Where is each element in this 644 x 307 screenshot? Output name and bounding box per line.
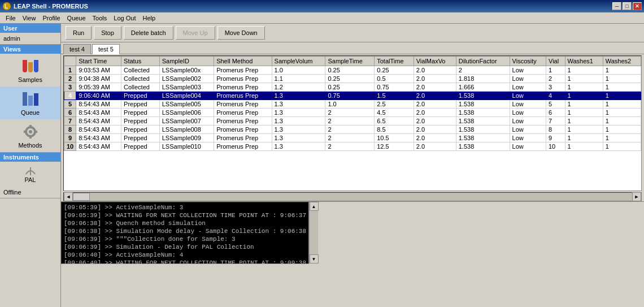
table-row[interactable]: 49:06:40 AMPreppedLSSample004Promerus Pr…	[64, 92, 641, 100]
sample-id: LSSample003	[159, 83, 214, 92]
table-row[interactable]: 78:54:43 AMPreppedLSSample007Promerus Pr…	[64, 117, 641, 126]
scroll-left-arrow[interactable]: ◄	[64, 192, 73, 201]
sidebar-item-queue[interactable]: Queue	[0, 87, 60, 119]
table-row[interactable]: 88:54:43 AMPreppedLSSample008Promerus Pr…	[64, 126, 641, 134]
washes2: 1	[603, 109, 641, 117]
total-time: 8.5	[375, 126, 414, 134]
menu-help[interactable]: Help	[139, 14, 159, 23]
log-scroll-track[interactable]	[310, 211, 318, 254]
table-header: Start Time Status SampleID Shell Method …	[64, 57, 641, 66]
instruments-header: Instruments	[0, 153, 60, 162]
vial-max-vo: 2.0	[414, 75, 456, 83]
log-scroll-up[interactable]: ▲	[310, 202, 319, 211]
sample-time: 0.25	[325, 75, 375, 83]
sample-time: 0.25	[325, 66, 375, 75]
start-time: 8:54:43 AM	[76, 109, 121, 117]
table-row[interactable]: 68:54:43 AMPreppedLSSample006Promerus Pr…	[64, 109, 641, 117]
sample-id: LSSample007	[159, 117, 214, 126]
col-washes2: Washes2	[603, 57, 641, 66]
menu-profile[interactable]: Profile	[39, 14, 63, 23]
table-row[interactable]: 98:54:43 AMPreppedLSSample009Promerus Pr…	[64, 134, 641, 142]
menu-view[interactable]: View	[19, 14, 40, 23]
washes2: 1	[603, 134, 641, 142]
vial: 6	[546, 109, 565, 117]
viscosity: Low	[510, 100, 546, 109]
user-header: User	[0, 24, 60, 33]
maximize-button[interactable]: □	[623, 2, 632, 10]
washes2: 1	[603, 75, 641, 83]
total-time: 1.5	[375, 92, 414, 100]
horizontal-scrollbar[interactable]: ◄ ►	[63, 192, 642, 201]
log-scroll-down[interactable]: ▼	[310, 254, 319, 263]
col-washes1: Washes1	[565, 57, 603, 66]
vial-max-vo: 2.0	[414, 100, 456, 109]
status: Prepped	[121, 109, 160, 117]
stop-button[interactable]: Stop	[94, 26, 121, 40]
viscosity: Low	[510, 75, 546, 83]
total-time: 4.5	[375, 109, 414, 117]
status: Prepped	[121, 117, 160, 126]
scroll-right-arrow[interactable]: ►	[632, 192, 641, 201]
shell-method: Promerus Prep	[214, 100, 272, 109]
table-row[interactable]: 58:54:43 AMPreppedLSSample005Promerus Pr…	[64, 100, 641, 109]
views-header: Views	[0, 45, 60, 54]
run-button[interactable]: Run	[66, 26, 92, 40]
sample-time: 2	[325, 134, 375, 142]
status: Collected	[121, 66, 160, 75]
sidebar-item-samples[interactable]: Samples	[0, 54, 60, 87]
shell-method: Promerus Prep	[214, 142, 272, 151]
close-button[interactable]: ✕	[633, 2, 642, 10]
washes1: 1	[565, 92, 603, 100]
title-text: LEAP Shell - PROMERUS	[14, 3, 88, 10]
scroll-track[interactable]	[73, 193, 632, 201]
log-wrapper: [09:05:39] >> ActiveSampleNum: 3[09:05:3…	[61, 201, 644, 263]
sample-id: LSSample010	[159, 142, 214, 151]
table-row[interactable]: 19:03:53 AMCollectedLSSample00xPromerus …	[64, 66, 641, 75]
sidebar: User admin Views Samples	[0, 24, 61, 307]
status: Collected	[121, 83, 160, 92]
start-time: 8:54:43 AM	[76, 100, 121, 109]
viscosity: Low	[510, 109, 546, 117]
col-dilution-factor: DilutionFactor	[456, 57, 510, 66]
content-area: Run Stop Delete batch Move Up Move Down …	[61, 24, 644, 307]
sample-volum: 1.0	[272, 66, 325, 75]
total-time: 6.5	[375, 117, 414, 126]
sample-id: LSSample004	[159, 92, 214, 100]
table-row[interactable]: 108:54:43 AMPreppedLSSample010Promerus P…	[64, 142, 641, 151]
svg-rect-6	[24, 131, 27, 133]
dilution-factor: 1.666	[456, 83, 510, 92]
sample-time: 2	[325, 142, 375, 151]
tab-test4[interactable]: test 4	[63, 44, 91, 54]
row-number: 10	[64, 142, 76, 151]
table-container[interactable]: Start Time Status SampleID Shell Method …	[63, 55, 642, 191]
sample-time: 1.0	[325, 100, 375, 109]
menu-tools[interactable]: Tools	[89, 14, 111, 23]
delete-batch-button[interactable]: Delete batch	[124, 26, 173, 40]
menu-file[interactable]: File	[2, 14, 19, 23]
log-scrollbar[interactable]: ▲ ▼	[309, 202, 318, 263]
sample-id: LSSample005	[159, 100, 214, 109]
row-number: 7	[64, 117, 76, 126]
sample-volum: 1.3	[272, 126, 325, 134]
vial-max-vo: 2.0	[414, 83, 456, 92]
sample-id: LSSample002	[159, 75, 214, 83]
move-down-button[interactable]: Move Down	[217, 26, 265, 40]
viscosity: Low	[510, 66, 546, 75]
views-section: Views Samples	[0, 45, 60, 153]
menu-logout[interactable]: Log Out	[110, 14, 139, 23]
sidebar-item-methods[interactable]: Methods	[0, 119, 60, 152]
minimize-button[interactable]: ─	[612, 2, 621, 10]
sample-volum: 1.3	[272, 92, 325, 100]
move-up-button[interactable]: Move Up	[176, 26, 215, 40]
tab-test5[interactable]: test 5	[92, 44, 120, 54]
col-vial-max-vo: VialMaxVo	[414, 57, 456, 66]
app-icon: L	[2, 2, 11, 11]
table-row[interactable]: 29:04:38 AMCollectedLSSample002Promerus …	[64, 75, 641, 83]
total-time: 2.5	[375, 100, 414, 109]
sidebar-item-pal[interactable]: PAL	[0, 162, 60, 187]
table-row[interactable]: 39:05:39 AMCollectedLSSample003Promerus …	[64, 83, 641, 92]
menu-queue[interactable]: Queue	[64, 14, 89, 23]
start-time: 9:06:40 AM	[76, 92, 121, 100]
start-time: 8:54:43 AM	[76, 142, 121, 151]
sample-time: 2	[325, 117, 375, 126]
